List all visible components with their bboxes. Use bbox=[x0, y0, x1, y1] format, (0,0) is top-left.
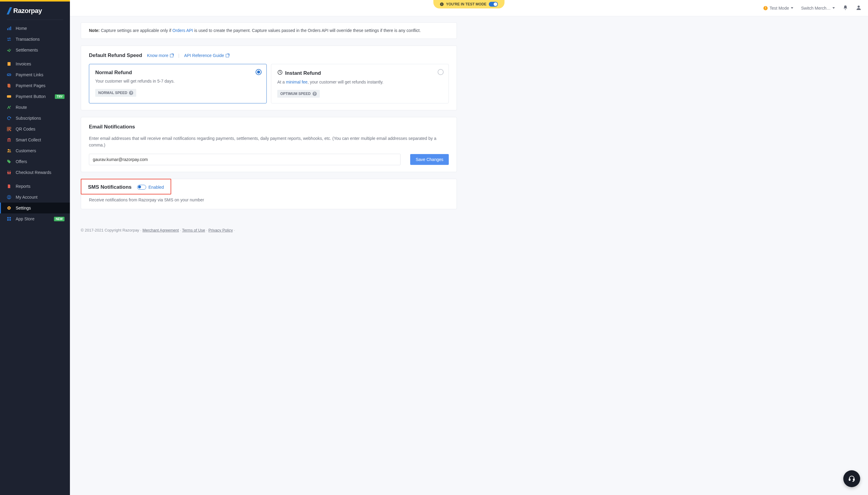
sidebar-item-qr-codes[interactable]: QR Codes bbox=[0, 124, 70, 134]
users-icon bbox=[7, 148, 12, 153]
tag-icon bbox=[7, 159, 12, 164]
sidebar-item-route[interactable]: Route bbox=[0, 102, 70, 113]
sidebar-item-label: My Account bbox=[16, 195, 37, 200]
terms-link[interactable]: Terms of Use bbox=[182, 228, 205, 233]
sidebar-item-payment-pages[interactable]: Payment Pages bbox=[0, 80, 70, 91]
sidebar-item-label: Payment Button bbox=[16, 94, 46, 99]
merchant-agreement-link[interactable]: Merchant Agreement bbox=[142, 228, 179, 233]
svg-point-23 bbox=[858, 6, 860, 8]
svg-rect-9 bbox=[7, 129, 9, 131]
radio-selected-icon[interactable] bbox=[256, 69, 262, 75]
try-badge: TRY bbox=[55, 95, 65, 99]
sidebar-item-label: Route bbox=[16, 105, 27, 110]
sidebar-item-label: Subscriptions bbox=[16, 116, 41, 121]
minimal-fee-link[interactable]: minimal fee bbox=[286, 80, 308, 84]
qr-icon bbox=[7, 126, 12, 132]
sms-toggle[interactable] bbox=[137, 185, 146, 190]
sidebar-item-offers[interactable]: Offers bbox=[0, 156, 70, 167]
profile-button[interactable] bbox=[856, 5, 861, 11]
orders-api-link[interactable]: Orders API bbox=[172, 28, 193, 33]
refund-speed-card: Default Refund Speed Know more | API Ref… bbox=[81, 46, 457, 110]
svg-rect-3 bbox=[7, 62, 11, 66]
email-notifications-card: Email Notifications Enter email addresse… bbox=[81, 117, 457, 172]
topbar: i YOU'RE IN TEST MODE ! Test Mode Switch… bbox=[70, 0, 868, 16]
switch-merchant-label: Switch Merch… bbox=[801, 6, 831, 11]
capture-note-card: Note: Capture settings are applicable on… bbox=[81, 22, 457, 39]
svg-rect-19 bbox=[7, 217, 9, 219]
svg-rect-1 bbox=[9, 28, 10, 30]
know-more-link[interactable]: Know more bbox=[147, 53, 174, 58]
sidebar: Razorpay Home Transactions Settlements bbox=[0, 0, 70, 495]
sms-notifications-section: SMS Notifications Enabled Receive notifi… bbox=[81, 179, 457, 209]
checks-icon bbox=[7, 48, 12, 52]
email-title: Email Notifications bbox=[89, 124, 449, 130]
sms-highlighted-box: SMS Notifications Enabled bbox=[81, 179, 171, 194]
clipboard-icon bbox=[7, 62, 12, 66]
api-ref-link[interactable]: API Reference Guide bbox=[184, 53, 229, 58]
save-changes-button[interactable]: Save Changes bbox=[410, 154, 449, 165]
sidebar-item-label: Offers bbox=[16, 159, 27, 164]
logo[interactable]: Razorpay bbox=[0, 1, 70, 20]
svg-rect-8 bbox=[9, 127, 11, 129]
sidebar-item-transactions[interactable]: Transactions bbox=[0, 34, 70, 45]
user-icon bbox=[856, 5, 861, 11]
sidebar-item-home[interactable]: Home bbox=[0, 23, 70, 34]
sidebar-item-settings[interactable]: Settings bbox=[0, 203, 70, 214]
sidebar-item-app-store[interactable]: App Store NEW bbox=[0, 214, 70, 224]
sidebar-item-label: Checkout Rewards bbox=[16, 170, 51, 175]
sms-toggle-group: Enabled bbox=[137, 185, 164, 190]
external-link-icon bbox=[226, 54, 229, 57]
sidebar-item-label: Payment Links bbox=[16, 72, 44, 77]
sidebar-item-settlements[interactable]: Settlements bbox=[0, 45, 70, 55]
swap-icon bbox=[7, 37, 12, 41]
support-fab[interactable] bbox=[843, 470, 860, 487]
svg-rect-26 bbox=[853, 479, 854, 480]
help-icon[interactable]: ? bbox=[129, 91, 133, 95]
switch-merchant-dropdown[interactable]: Switch Merch… bbox=[801, 6, 835, 11]
new-badge: NEW bbox=[54, 217, 65, 221]
sidebar-item-smart-collect[interactable]: Smart Collect bbox=[0, 134, 70, 145]
refresh-icon bbox=[7, 116, 12, 121]
svg-rect-22 bbox=[9, 219, 11, 221]
svg-rect-6 bbox=[7, 95, 11, 98]
notifications-button[interactable] bbox=[843, 5, 848, 11]
instant-refund-desc: At a minimal fee, your customer will get… bbox=[277, 80, 442, 84]
warn-icon: ! bbox=[763, 6, 768, 10]
help-icon[interactable]: ? bbox=[313, 92, 317, 96]
chevron-down-icon bbox=[791, 7, 793, 9]
note-after: is used to create the payment. Capture v… bbox=[194, 28, 421, 33]
apps-icon bbox=[7, 217, 12, 221]
sidebar-item-reports[interactable]: Reports bbox=[0, 181, 70, 192]
sidebar-item-label: Transactions bbox=[16, 37, 40, 41]
radio-unselected-icon[interactable] bbox=[438, 69, 444, 75]
sidebar-item-label: Smart Collect bbox=[16, 137, 41, 142]
svg-rect-2 bbox=[10, 27, 11, 30]
note-prefix: Note: bbox=[89, 28, 100, 33]
sidebar-item-payment-links[interactable]: Payment Links bbox=[0, 69, 70, 80]
footer: © 2017-2021 Copyright Razorpay · Merchan… bbox=[70, 225, 868, 241]
brand-name: Razorpay bbox=[13, 7, 42, 15]
test-mode-label: Test Mode bbox=[769, 6, 789, 11]
sidebar-item-invoices[interactable]: Invoices bbox=[0, 58, 70, 69]
chevron-down-icon bbox=[832, 7, 835, 9]
email-desc: Enter email addresses that will receive … bbox=[89, 135, 449, 148]
sidebar-item-customers[interactable]: Customers bbox=[0, 145, 70, 156]
normal-refund-option[interactable]: Normal Refund Your customer will get ref… bbox=[89, 64, 267, 103]
sidebar-item-payment-button[interactable]: Payment Button TRY bbox=[0, 91, 70, 102]
svg-rect-5 bbox=[8, 84, 11, 88]
gear-icon bbox=[7, 206, 12, 210]
sidebar-item-subscriptions[interactable]: Subscriptions bbox=[0, 113, 70, 124]
svg-point-12 bbox=[8, 149, 9, 151]
privacy-link[interactable]: Privacy Policy bbox=[208, 228, 233, 233]
sidebar-item-my-account[interactable]: My Account bbox=[0, 192, 70, 203]
test-mode-dropdown[interactable]: ! Test Mode bbox=[763, 6, 793, 11]
sidebar-item-label: App Store bbox=[16, 217, 34, 221]
email-input[interactable] bbox=[89, 154, 401, 165]
sidebar-item-label: QR Codes bbox=[16, 126, 35, 132]
test-mode-toggle[interactable] bbox=[489, 2, 498, 7]
svg-rect-11 bbox=[10, 130, 11, 131]
instant-refund-option[interactable]: Instant Refund At a minimal fee, your cu… bbox=[271, 64, 449, 103]
normal-speed-chip: NORMAL SPEED ? bbox=[95, 89, 136, 97]
sidebar-item-checkout-rewards[interactable]: Checkout Rewards bbox=[0, 167, 70, 178]
pages-icon bbox=[7, 83, 12, 88]
